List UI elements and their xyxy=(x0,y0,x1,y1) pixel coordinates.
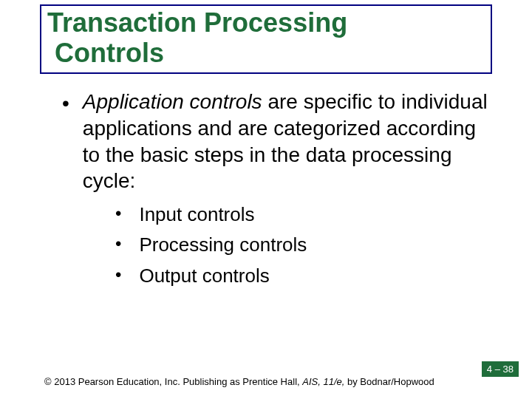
page-number-badge: 4 – 38 xyxy=(482,361,519,377)
bullet-dot-icon: • xyxy=(115,202,121,228)
sub-bullet-text: Input controls xyxy=(139,202,254,228)
title-line-1: Transaction Processing xyxy=(47,7,347,38)
copyright-text: 2013 Pearson Education, Inc. Publishing … xyxy=(52,376,303,387)
bullet-level2: • Processing controls xyxy=(115,232,497,258)
sub-bullet-text: Processing controls xyxy=(139,232,307,258)
italic-term: Application controls xyxy=(83,90,262,113)
copyright-symbol: © xyxy=(44,376,52,387)
footer-copyright: © 2013 Pearson Education, Inc. Publishin… xyxy=(44,376,434,387)
slide-title: Transaction Processing Controls xyxy=(41,6,491,69)
book-title: AIS, 11/e, xyxy=(302,376,344,387)
page-number: 4 – 38 xyxy=(487,364,514,375)
slide: Transaction Processing Controls • Applic… xyxy=(0,0,532,399)
bullet-level2: • Output controls xyxy=(115,263,497,289)
body-content: • Application controls are specific to i… xyxy=(44,89,497,289)
title-box: Transaction Processing Controls xyxy=(40,4,492,74)
bullet-dot-icon: • xyxy=(62,89,69,194)
title-line-2: Controls xyxy=(55,38,164,68)
sub-bullet-text: Output controls xyxy=(139,263,269,289)
authors: by Bodnar/Hopwood xyxy=(344,376,434,387)
bullet-dot-icon: • xyxy=(115,232,121,258)
bullet-level1: • Application controls are specific to i… xyxy=(62,89,497,194)
bullet-dot-icon: • xyxy=(115,263,121,289)
bullet-text: Application controls are specific to ind… xyxy=(83,89,497,194)
bullet-level2: • Input controls xyxy=(115,202,497,228)
